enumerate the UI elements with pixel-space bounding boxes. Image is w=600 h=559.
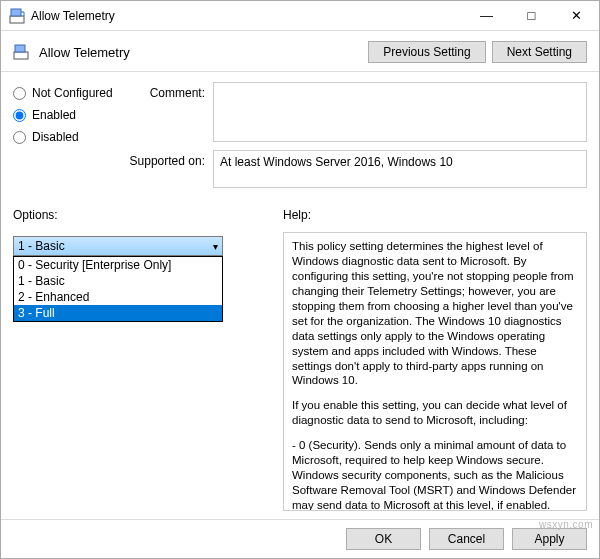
supported-on-value: At least Windows Server 2016, Windows 10 — [213, 150, 587, 188]
help-paragraph: - 0 (Security). Sends only a minimal amo… — [292, 438, 578, 511]
help-paragraph: If you enable this setting, you can deci… — [292, 398, 578, 428]
dropdown-selected[interactable]: 1 - Basic ▾ — [13, 236, 223, 256]
maximize-button[interactable]: □ — [509, 1, 554, 30]
supported-on-text: At least Windows Server 2016, Windows 10 — [220, 155, 453, 169]
policy-dialog: Allow Telemetry — □ ✕ Allow Telemetry Pr… — [0, 0, 600, 559]
radio-disabled-input[interactable] — [13, 131, 26, 144]
dropdown-selected-text: 1 - Basic — [18, 239, 65, 253]
minimize-button[interactable]: — — [464, 1, 509, 30]
header-row: Allow Telemetry Previous Setting Next Se… — [1, 31, 599, 72]
dialog-footer: OK Cancel Apply — [1, 519, 599, 558]
previous-setting-button[interactable]: Previous Setting — [368, 41, 485, 63]
radio-enabled[interactable]: Enabled — [13, 108, 128, 122]
lower-panes: Options: 1 - Basic ▾ 0 - Security [Enter… — [1, 204, 599, 519]
window-title: Allow Telemetry — [31, 9, 464, 23]
telemetry-level-dropdown[interactable]: 1 - Basic ▾ 0 - Security [Enterprise Onl… — [13, 236, 265, 256]
comment-label: Comment: — [128, 82, 213, 142]
next-setting-button[interactable]: Next Setting — [492, 41, 587, 63]
apply-button[interactable]: Apply — [512, 528, 587, 550]
dropdown-list: 0 - Security [Enterprise Only] 1 - Basic… — [13, 256, 223, 322]
dropdown-item-full[interactable]: 3 - Full — [14, 305, 222, 321]
svg-rect-3 — [15, 45, 25, 52]
radio-disabled[interactable]: Disabled — [13, 130, 128, 144]
policy-icon — [13, 44, 33, 60]
svg-rect-2 — [14, 52, 28, 59]
radio-not-configured-input[interactable] — [13, 87, 26, 100]
fields-column: Comment: Supported on: At least Windows … — [128, 82, 587, 196]
policy-title: Allow Telemetry — [39, 45, 362, 60]
cancel-button[interactable]: Cancel — [429, 528, 504, 550]
svg-rect-1 — [11, 9, 21, 16]
dropdown-item-basic[interactable]: 1 - Basic — [14, 273, 222, 289]
radio-label: Disabled — [32, 130, 79, 144]
radio-enabled-input[interactable] — [13, 109, 26, 122]
window-controls: — □ ✕ — [464, 1, 599, 30]
policy-icon — [9, 8, 25, 24]
options-label: Options: — [13, 208, 265, 222]
ok-button[interactable]: OK — [346, 528, 421, 550]
config-area: Not Configured Enabled Disabled Comment:… — [1, 72, 599, 204]
dropdown-item-security[interactable]: 0 - Security [Enterprise Only] — [14, 257, 222, 273]
radio-label: Not Configured — [32, 86, 113, 100]
close-button[interactable]: ✕ — [554, 1, 599, 30]
help-label: Help: — [283, 208, 587, 222]
help-pane: Help: This policy setting determines the… — [283, 208, 587, 511]
dropdown-item-enhanced[interactable]: 2 - Enhanced — [14, 289, 222, 305]
state-radio-group: Not Configured Enabled Disabled — [13, 82, 128, 196]
comment-textarea[interactable] — [213, 82, 587, 142]
svg-rect-0 — [10, 16, 24, 23]
help-paragraph: This policy setting determines the highe… — [292, 239, 578, 388]
titlebar: Allow Telemetry — □ ✕ — [1, 1, 599, 31]
radio-not-configured[interactable]: Not Configured — [13, 86, 128, 100]
radio-label: Enabled — [32, 108, 76, 122]
help-textbox[interactable]: This policy setting determines the highe… — [283, 232, 587, 511]
chevron-down-icon: ▾ — [213, 241, 218, 252]
options-pane: Options: 1 - Basic ▾ 0 - Security [Enter… — [13, 208, 265, 511]
supported-on-label: Supported on: — [128, 150, 213, 188]
